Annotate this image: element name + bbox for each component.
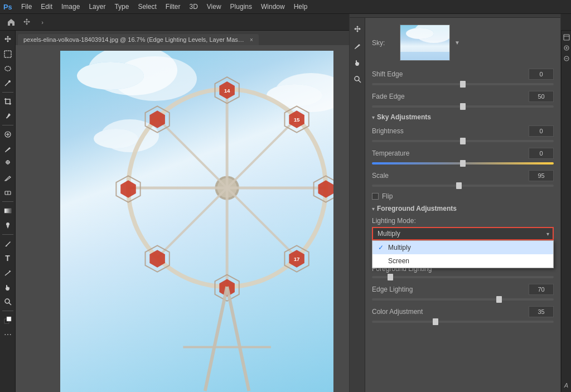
menu-plugins[interactable]: Plugins xyxy=(226,0,257,14)
color-adjustment-label: Color Adjustment xyxy=(372,308,529,316)
tool-dodge[interactable] xyxy=(1,219,14,232)
right-panel-tool-1[interactable] xyxy=(562,33,571,42)
color-adjustment-slider[interactable] xyxy=(372,321,554,323)
expand-options[interactable]: › xyxy=(36,16,49,29)
sky-preview-image[interactable] xyxy=(400,25,450,61)
tool-brush[interactable] xyxy=(1,142,14,156)
sky-adjustments-section-header[interactable]: ▾ Sky Adjustments xyxy=(372,113,554,121)
menu-bar: Ps File Edit Image Layer Type Select Fil… xyxy=(0,0,571,14)
tool-clone[interactable] xyxy=(1,157,14,170)
color-adjustment-thumb[interactable] xyxy=(433,318,438,325)
lighting-mode-option-screen[interactable]: Screen xyxy=(372,254,553,268)
dialog-tool-zoom[interactable] xyxy=(351,72,364,86)
fade-edge-row: Fade Edge xyxy=(372,91,554,102)
tool-path-select[interactable] xyxy=(1,266,14,279)
color-adjustment-track xyxy=(372,321,554,323)
dialog-toolbar xyxy=(350,18,365,392)
foreground-lighting-track xyxy=(372,276,554,278)
shift-edge-slider[interactable] xyxy=(372,83,554,85)
menu-window[interactable]: Window xyxy=(257,0,289,14)
tool-text[interactable]: T xyxy=(1,251,14,265)
edge-lighting-slider[interactable] xyxy=(372,298,554,301)
fade-edge-thumb[interactable] xyxy=(460,103,466,110)
temperature-track xyxy=(372,162,554,164)
temperature-thumb[interactable] xyxy=(460,160,466,167)
menu-image[interactable]: Image xyxy=(57,0,84,14)
preview-horizon xyxy=(400,52,449,60)
menu-help[interactable]: Help xyxy=(289,0,312,14)
fade-edge-input[interactable] xyxy=(529,91,554,102)
menu-select[interactable]: Select xyxy=(133,0,161,14)
brightness-input[interactable] xyxy=(529,125,554,137)
tool-magic-wand[interactable] xyxy=(1,76,14,90)
svg-line-49 xyxy=(227,287,249,391)
menu-file[interactable]: File xyxy=(17,0,36,14)
menu-edit[interactable]: Edit xyxy=(36,0,57,14)
brightness-label: Brightness xyxy=(372,127,529,135)
fade-edge-slider[interactable] xyxy=(372,105,554,108)
svg-rect-13 xyxy=(4,209,11,213)
menu-layer[interactable]: Layer xyxy=(84,0,110,14)
scale-input[interactable] xyxy=(529,170,554,181)
brightness-slider[interactable] xyxy=(372,140,554,142)
foreground-lighting-thumb[interactable] xyxy=(388,274,393,280)
menu-3d[interactable]: 3D xyxy=(185,0,202,14)
edge-lighting-thumb[interactable] xyxy=(496,296,502,303)
canvas-tab[interactable]: pexels-elina-volkova-18403914.jpg @ 16.7… xyxy=(18,34,259,45)
color-adjustment-input[interactable] xyxy=(529,306,554,317)
temperature-slider[interactable] xyxy=(372,162,554,164)
tool-zoom[interactable] xyxy=(1,295,14,308)
tool-eyedropper[interactable] xyxy=(1,109,14,123)
dialog-tool-hand[interactable] xyxy=(351,56,364,69)
lighting-mode-label-row: Lighting Mode: xyxy=(372,217,554,225)
right-panel-tool-3[interactable] xyxy=(562,54,571,63)
lighting-mode-dropdown-container: Multiply ▾ ✓ Multiply Screen xyxy=(372,227,554,240)
scale-slider[interactable] xyxy=(372,185,554,187)
sky-dropdown-arrow[interactable]: ▼ xyxy=(454,40,460,46)
tool-crop[interactable] xyxy=(1,95,14,108)
shift-edge-thumb[interactable] xyxy=(460,81,466,88)
shift-edge-input[interactable] xyxy=(529,69,554,80)
tool-history-brush[interactable] xyxy=(1,171,14,185)
svg-text:Ps: Ps xyxy=(3,3,12,11)
tab-close-button[interactable]: × xyxy=(250,37,253,43)
tab-filename: pexels-elina-volkova-18403914.jpg @ 16.7… xyxy=(23,36,246,43)
tool-spot-heal[interactable] xyxy=(1,128,14,141)
edge-lighting-input[interactable] xyxy=(529,284,554,295)
tool-pen[interactable] xyxy=(1,237,14,250)
foreground-adjustments-section-header[interactable]: ▾ Foreground Adjustments xyxy=(372,205,554,212)
lighting-mode-value: Multiply xyxy=(378,230,400,238)
brightness-thumb[interactable] xyxy=(460,138,466,144)
flip-checkbox[interactable] xyxy=(372,193,379,200)
dialog-tool-brush[interactable] xyxy=(351,39,364,52)
multiply-check-icon: ✓ xyxy=(378,244,385,251)
foreground-lighting-slider[interactable] xyxy=(372,276,554,278)
right-panel-tool-text[interactable]: A xyxy=(562,381,571,390)
tool-hand[interactable] xyxy=(1,280,14,294)
temperature-input[interactable] xyxy=(529,148,554,159)
foreground-adjustments-title: Foreground Adjustments xyxy=(377,205,457,212)
move-tool-options[interactable] xyxy=(20,16,33,29)
tool-select-rect[interactable] xyxy=(1,47,14,61)
svg-text:15: 15 xyxy=(294,117,300,123)
tool-separator-3 xyxy=(2,201,13,202)
tool-move[interactable] xyxy=(1,33,14,46)
svg-line-16 xyxy=(9,303,11,305)
menu-view[interactable]: View xyxy=(202,0,226,14)
tool-more[interactable]: ⋯ xyxy=(1,328,14,341)
lighting-mode-dropdown[interactable]: Multiply ▾ xyxy=(372,227,554,240)
tool-gradient[interactable] xyxy=(1,204,14,217)
lighting-mode-option-multiply[interactable]: ✓ Multiply xyxy=(372,241,553,254)
home-button[interactable] xyxy=(4,16,18,29)
tool-eraser[interactable] xyxy=(1,186,14,199)
menu-type[interactable]: Type xyxy=(110,0,133,14)
scale-thumb[interactable] xyxy=(456,182,462,189)
menu-filter[interactable]: Filter xyxy=(161,0,185,14)
shift-edge-track xyxy=(372,83,554,85)
app-logo: Ps xyxy=(2,1,13,12)
dialog-tool-move[interactable] xyxy=(351,22,364,36)
shift-edge-row: Shift Edge xyxy=(372,69,554,80)
tool-foreground-color[interactable] xyxy=(1,313,14,327)
tool-lasso[interactable] xyxy=(1,62,14,75)
right-panel-tool-2[interactable] xyxy=(562,43,571,52)
